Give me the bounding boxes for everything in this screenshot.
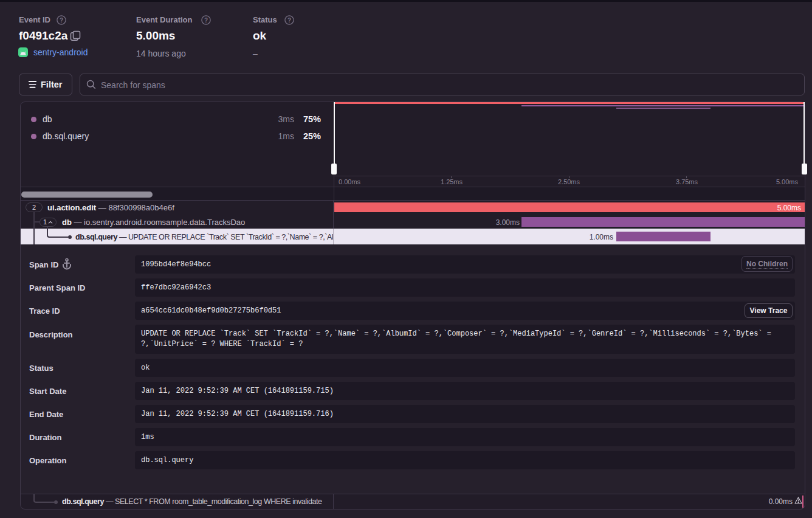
svg-text:?: ? <box>60 17 63 24</box>
svg-text:?: ? <box>287 17 291 24</box>
svg-text:?: ? <box>204 17 208 24</box>
